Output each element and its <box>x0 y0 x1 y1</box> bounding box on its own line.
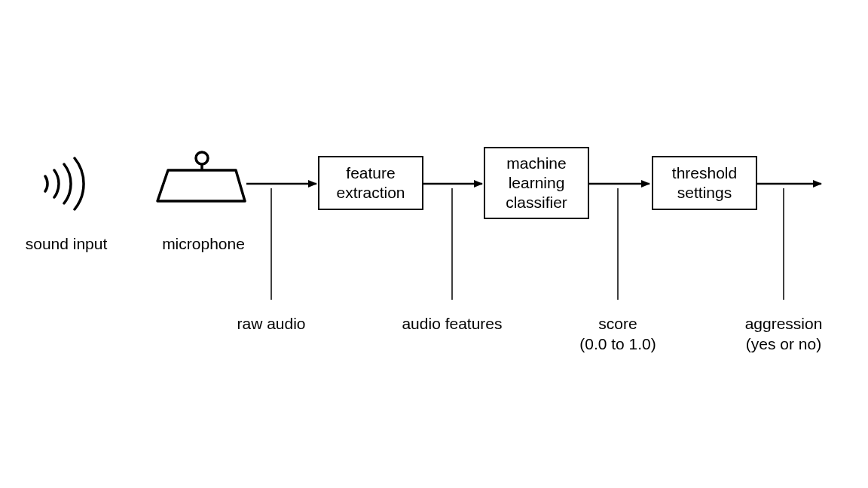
diagram-svg <box>0 0 868 488</box>
label-aggression: aggression (yes or no) <box>723 313 844 355</box>
box-ml-classifier: machine learning classifier <box>484 147 589 219</box>
label-score: score (0.0 to 1.0) <box>558 313 678 355</box>
microphone-icon <box>157 152 245 201</box>
box-feature-extraction: feature extraction <box>318 156 423 210</box>
label-audio-features: audio features <box>392 313 512 334</box>
box-threshold-settings: threshold settings <box>652 156 757 210</box>
label-raw-audio: raw audio <box>219 313 324 334</box>
diagram-pipeline: feature extraction machine learning clas… <box>0 0 868 488</box>
svg-point-1 <box>196 152 208 164</box>
label-sound-input: sound input <box>14 233 119 254</box>
sound-waves-icon <box>45 158 84 209</box>
label-microphone: microphone <box>136 233 271 254</box>
